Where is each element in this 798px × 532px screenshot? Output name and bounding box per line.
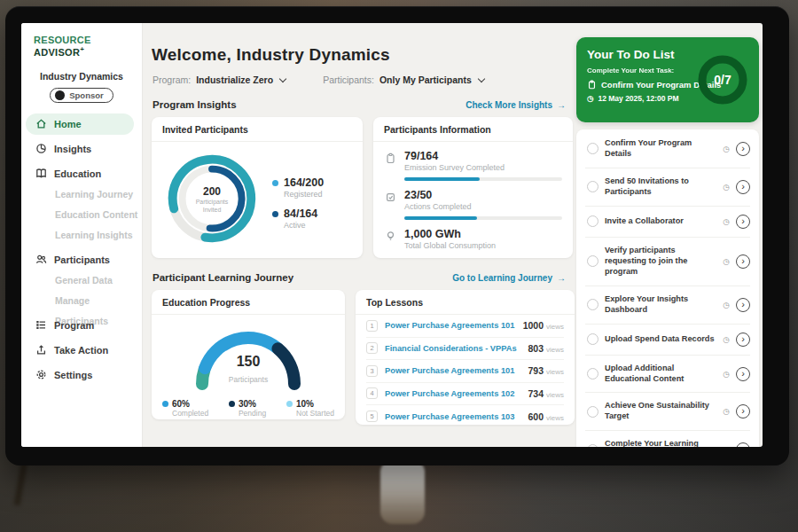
- lesson-rank: 1: [366, 320, 378, 332]
- program-dropdown[interactable]: Program: Industrialize Zero: [153, 74, 286, 85]
- legend-item-completed: 60% Completed: [162, 399, 208, 418]
- task-label: Complete Your Learning Journey: [605, 439, 716, 447]
- logo-text-secondary: ADVISOR: [34, 47, 80, 58]
- stat-value: 1,000 GWh: [404, 228, 496, 240]
- actions-check-icon: [385, 192, 396, 203]
- sidebar-item-settings[interactable]: Settings: [21, 364, 142, 386]
- clock-icon: ◷: [723, 183, 730, 192]
- lesson-link[interactable]: Financial Considerations - VPPAs: [385, 344, 517, 353]
- views-count: 600: [528, 411, 544, 422]
- sidebar-item-insights[interactable]: Insights: [21, 138, 142, 160]
- sponsor-badge[interactable]: Sponsor: [50, 88, 113, 103]
- task-checkbox[interactable]: [587, 181, 598, 192]
- sidebar-item-learning-journey[interactable]: Learning Journey: [21, 184, 142, 205]
- chevron-right-button[interactable]: ›: [736, 404, 750, 419]
- registered-value: 164/200: [284, 176, 324, 189]
- todo-progress-ring: 0/7: [693, 51, 752, 109]
- task-label: Achieve One Sustainability Target: [605, 401, 716, 422]
- donut-legend: 164/200 Registered 84/164 Active: [272, 168, 324, 230]
- legend-item-active: 84/164 Active: [272, 207, 324, 230]
- views-count: 734: [528, 388, 544, 399]
- list-item: 5 Power Purchase Agreements 103 600views: [366, 405, 564, 428]
- active-label: Active: [284, 221, 317, 230]
- lesson-rank: 5: [366, 411, 378, 422]
- sidebar-item-learning-insights[interactable]: Learning Insights: [21, 225, 142, 246]
- card-title: Invited Participants: [152, 117, 363, 142]
- invited-total-label: Participants: [159, 198, 265, 206]
- clock-icon: ◷: [723, 301, 730, 309]
- views-count: 793: [528, 365, 544, 376]
- top-lessons-card: Top Lessons 1 Power Purchase Agreements …: [356, 290, 575, 425]
- task-checkbox[interactable]: [587, 333, 598, 345]
- chevron-right-button[interactable]: ›: [736, 367, 750, 381]
- datetime-label: 12 May 2025, 12:00 PM: [598, 94, 678, 103]
- lesson-link[interactable]: Power Purchase Agreements 101: [385, 321, 514, 330]
- active-value: 84/164: [284, 207, 317, 220]
- task-checkbox[interactable]: [587, 368, 598, 379]
- check-more-insights-link[interactable]: Check More Insights →: [466, 100, 566, 110]
- card-title: Education Progress: [152, 290, 345, 315]
- participants-dropdown[interactable]: Participants: Only My Participants: [323, 74, 484, 85]
- lesson-link[interactable]: Power Purchase Agreements 102: [385, 389, 514, 398]
- sidebar-nav: Home Insights Education Learning Journey…: [21, 113, 142, 386]
- legend-item-not-started: 10% Not Started: [286, 399, 334, 418]
- task-label: Send 50 Invitations to Participants: [605, 176, 716, 198]
- sidebar-item-take-action[interactable]: Take Action: [21, 340, 142, 361]
- sponsor-icon: [55, 90, 65, 100]
- link-label: Check More Insights: [466, 100, 552, 110]
- task-checkbox[interactable]: [587, 255, 598, 267]
- lesson-link[interactable]: Power Purchase Agreements 101: [385, 366, 514, 375]
- task-checkbox[interactable]: [587, 215, 598, 227]
- sidebar-item-education-content[interactable]: Education Content: [21, 205, 142, 225]
- task-checkbox[interactable]: [587, 143, 598, 154]
- gauge-legend: 60% Completed 30% Pending 10%: [152, 396, 345, 418]
- legend-pct: 60%: [172, 399, 190, 409]
- sidebar-item-manage-participants[interactable]: Manage Participants: [21, 291, 142, 311]
- gauge-center-label: 150 Participants: [186, 354, 310, 386]
- chevron-right-button[interactable]: ›: [736, 332, 750, 347]
- list-icon: [35, 319, 47, 331]
- views-count: 1000: [523, 320, 544, 331]
- task-checkbox[interactable]: [587, 406, 598, 418]
- clock-icon: ◷: [723, 335, 730, 344]
- dashboard-screen: RESOURCE ADVISOR+ Industry Dynamics Spon…: [21, 23, 763, 447]
- task-row: Upload Spend Data Records ◷ ›: [585, 325, 750, 356]
- stat-label: Total Global Consumption: [404, 241, 496, 250]
- chevron-right-button[interactable]: ›: [736, 298, 750, 312]
- chevron-right-button[interactable]: ›: [736, 442, 750, 447]
- filters-row: Program: Industrialize Zero Participants…: [153, 74, 576, 85]
- sidebar-item-label: Insights: [54, 144, 91, 154]
- task-label: Upload Spend Data Records: [605, 334, 716, 345]
- chevron-right-button[interactable]: ›: [736, 180, 750, 194]
- chevron-right-button[interactable]: ›: [736, 142, 750, 156]
- sidebar-item-home[interactable]: Home: [26, 113, 134, 135]
- card-title: Participants Information: [373, 117, 573, 142]
- task-checkbox[interactable]: [587, 444, 598, 447]
- legend-label: Completed: [172, 409, 208, 418]
- lesson-rank: 4: [366, 387, 378, 399]
- stat-value: 79/164: [404, 150, 505, 162]
- pending-dot-icon: [229, 401, 235, 407]
- legend-item-registered: 164/200 Registered: [272, 176, 324, 199]
- lesson-link[interactable]: Power Purchase Agreements 103: [385, 412, 514, 421]
- background-wall: RESOURCE ADVISOR+ Industry Dynamics Spon…: [0, 0, 798, 532]
- sidebar-item-education[interactable]: Education: [21, 163, 142, 184]
- blurred-foreground-object: [14, 459, 28, 505]
- task-row: Complete Your Learning Journey ◷ ›: [585, 431, 750, 447]
- sponsor-label: Sponsor: [69, 90, 104, 100]
- clock-icon: ◷: [587, 94, 593, 103]
- legend-label: Pending: [239, 409, 266, 418]
- sidebar-item-label: Home: [54, 119, 82, 129]
- chevron-right-button[interactable]: ›: [736, 215, 750, 229]
- sidebar-item-general-data[interactable]: General Data: [21, 270, 142, 291]
- stat-emission-survey: 79/164 Emission Survey Completed: [373, 150, 573, 172]
- task-checkbox[interactable]: [587, 299, 598, 310]
- invited-total-label: Invited: [159, 206, 265, 214]
- list-item: 1 Power Purchase Agreements 101 1000view…: [366, 315, 564, 338]
- sidebar-item-participants[interactable]: Participants: [21, 249, 142, 270]
- chevron-right-button[interactable]: ›: [736, 254, 750, 269]
- participants-value: Only My Participants: [379, 74, 472, 85]
- stat-consumption: 1,000 GWh Total Global Consumption: [373, 228, 573, 250]
- program-label: Program:: [153, 74, 191, 85]
- go-to-learning-journey-link[interactable]: Go to Learning Journey →: [452, 273, 566, 283]
